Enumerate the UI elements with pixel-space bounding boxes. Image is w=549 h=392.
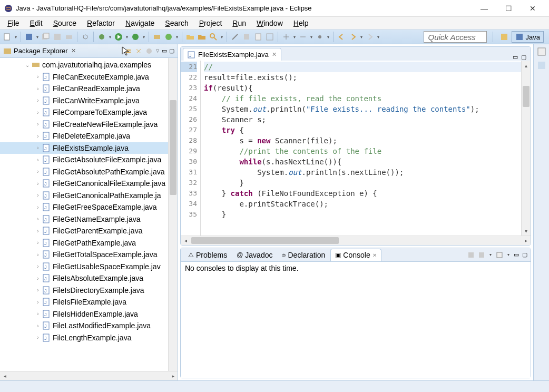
collapse-all-icon[interactable] bbox=[124, 47, 132, 55]
tree-horizontal-scrollbar[interactable]: ◂ ▸ bbox=[0, 371, 178, 380]
link-editor-icon[interactable] bbox=[134, 47, 143, 55]
last-icon[interactable] bbox=[366, 33, 374, 41]
menu-help[interactable]: Help bbox=[288, 17, 314, 29]
scroll-left-icon[interactable]: ◂ bbox=[181, 236, 190, 245]
runlast-icon[interactable] bbox=[131, 33, 140, 41]
tree-file[interactable]: ›JFileGetTotalSpaceExample.java bbox=[0, 249, 168, 261]
minimize-view-icon[interactable]: ▭ bbox=[162, 47, 167, 54]
view-menu-icon[interactable]: ▽ bbox=[155, 48, 160, 53]
tree-file[interactable]: ›JFileIsAbsoluteExample.java bbox=[0, 272, 168, 285]
tree-file[interactable]: ›JFileGetPathExample.java bbox=[0, 237, 168, 249]
tree-file[interactable]: ›JFileGetCanonicalPathExample.ja bbox=[0, 190, 168, 202]
minimize-button[interactable]: — bbox=[472, 1, 496, 16]
tree-file[interactable]: ›JFileGetUsableSpaceExample.jav bbox=[0, 261, 168, 273]
tree-file[interactable]: ›JFileGetFreeSpaceExample.java bbox=[0, 201, 168, 213]
maximize-view-icon[interactable]: ▢ bbox=[169, 47, 174, 54]
tree-file[interactable]: ›JFileGetParentExample.java bbox=[0, 225, 168, 237]
task-icon[interactable] bbox=[254, 33, 262, 41]
opentype-icon[interactable] bbox=[198, 33, 206, 41]
tree-package[interactable]: ⌄com.javatutorialhq.java.examples bbox=[0, 59, 168, 71]
editor-body[interactable]: 212223242526272829303132333435 //result=… bbox=[181, 61, 531, 236]
tree-file[interactable]: ›JFileGetAbsoluteFileExample.java bbox=[0, 154, 168, 166]
scroll-down-icon[interactable]: ▾ bbox=[522, 226, 531, 236]
java-perspective-button[interactable]: Java bbox=[512, 31, 544, 43]
dropdown-icon[interactable]: ▾ bbox=[108, 35, 112, 40]
menu-refactor[interactable]: Refactor bbox=[82, 17, 120, 29]
save-icon[interactable] bbox=[25, 33, 33, 41]
tab-close-icon[interactable]: ✕ bbox=[272, 51, 277, 58]
back-icon[interactable] bbox=[337, 33, 346, 41]
menu-source[interactable]: Source bbox=[48, 17, 82, 29]
dropdown-icon[interactable]: ▾ bbox=[326, 35, 330, 40]
quick-access-input[interactable]: Quick Access bbox=[424, 31, 487, 43]
maximize-button[interactable]: ☐ bbox=[496, 1, 521, 16]
dropdown-icon[interactable]: ▾ bbox=[376, 35, 380, 40]
dropdown-icon[interactable]: ▾ bbox=[14, 35, 18, 40]
openfolder-icon[interactable] bbox=[186, 33, 194, 41]
forward-icon[interactable] bbox=[349, 33, 357, 41]
tree-file[interactable]: ›JFileCreateNewFileExample.java bbox=[0, 119, 168, 131]
tree-file[interactable]: ›JFileDeleteExample.java bbox=[0, 130, 168, 142]
dropdown-icon[interactable]: ▾ bbox=[142, 35, 146, 40]
run-icon[interactable] bbox=[114, 33, 123, 41]
filter-icon[interactable] bbox=[145, 47, 153, 55]
tree-file[interactable]: ›JFileGetAbsolutePathExample.java bbox=[0, 166, 168, 178]
tree-file[interactable]: ›JFileGetCanonicalFileExample.java bbox=[0, 178, 168, 190]
print-icon[interactable] bbox=[65, 33, 73, 41]
dropdown-icon[interactable]: ▾ bbox=[292, 35, 297, 40]
dropdown-icon[interactable]: ▾ bbox=[506, 252, 511, 257]
tasklist-icon[interactable] bbox=[537, 61, 546, 70]
tree-file[interactable]: ›JFileIsFileExample.java bbox=[0, 296, 168, 308]
nav3-icon[interactable] bbox=[316, 33, 324, 41]
menu-window[interactable]: Window bbox=[251, 17, 288, 29]
wand-icon[interactable] bbox=[231, 33, 239, 41]
toggle-icon[interactable] bbox=[242, 33, 251, 41]
tree-file[interactable]: ›JFileLengthExample.java bbox=[0, 332, 168, 344]
dropdown-icon[interactable]: ▾ bbox=[488, 252, 493, 257]
tab-problems[interactable]: ⚠ Problems bbox=[184, 249, 231, 261]
dropdown-icon[interactable]: ▾ bbox=[220, 35, 224, 40]
console-minimize-icon[interactable]: ▭ bbox=[514, 251, 519, 258]
tree-file[interactable]: ›JFileGetNameExample.java bbox=[0, 213, 168, 226]
mark-icon[interactable] bbox=[266, 33, 274, 41]
nav2-icon[interactable] bbox=[299, 33, 307, 41]
menu-search[interactable]: Search bbox=[160, 17, 193, 29]
tree-file[interactable]: ›JFileLastModifiedExample.java bbox=[0, 320, 168, 332]
tab-declaration[interactable]: ⌾ Declaration bbox=[278, 249, 329, 261]
close-button[interactable]: ✕ bbox=[521, 1, 545, 16]
nav-icon[interactable] bbox=[282, 33, 290, 41]
tab-console[interactable]: ▣ Console ✕ bbox=[330, 249, 381, 261]
view-close-icon[interactable]: ✕ bbox=[70, 47, 77, 54]
scroll-right-icon[interactable]: ▸ bbox=[168, 372, 178, 380]
editor-maximize-icon[interactable]: ▢ bbox=[521, 54, 526, 61]
console-display-icon[interactable] bbox=[478, 251, 485, 259]
tree-file[interactable]: ›JFileCompareToExample.java bbox=[0, 106, 168, 119]
outline-icon[interactable] bbox=[537, 47, 546, 56]
dropdown-icon[interactable]: ▾ bbox=[125, 35, 129, 40]
tree-file[interactable]: ›JFileIsHiddenExample.java bbox=[0, 308, 168, 320]
menu-navigate[interactable]: Navigate bbox=[120, 17, 160, 29]
tree-file[interactable]: ›JFileExistsExample.java bbox=[0, 142, 168, 154]
console-open-icon[interactable] bbox=[496, 251, 503, 259]
newclass-icon[interactable] bbox=[164, 33, 173, 41]
code-area[interactable]: //result=file.exists();if(result){ // if… bbox=[201, 61, 521, 236]
tree-file[interactable]: ›JFileCanReadExample.java bbox=[0, 83, 168, 95]
scroll-up-icon[interactable]: ▴ bbox=[522, 61, 531, 70]
debug-icon[interactable] bbox=[97, 33, 106, 41]
package-tree[interactable]: ⌄com.javatutorialhq.java.examples›JFileC… bbox=[0, 58, 168, 371]
editor-minimize-icon[interactable]: ▭ bbox=[513, 54, 518, 61]
save-all-icon[interactable] bbox=[42, 33, 50, 41]
saveas-icon[interactable] bbox=[53, 33, 62, 41]
dropdown-icon[interactable]: ▾ bbox=[359, 35, 364, 40]
scroll-right-icon[interactable]: ▸ bbox=[521, 236, 531, 245]
menu-edit[interactable]: Edit bbox=[25, 17, 48, 29]
menu-run[interactable]: Run bbox=[227, 17, 251, 29]
dropdown-icon[interactable]: ▾ bbox=[175, 35, 179, 40]
dropdown-icon[interactable]: ▾ bbox=[35, 35, 40, 40]
editor-vertical-scrollbar[interactable]: ▴ ▾ bbox=[521, 61, 531, 236]
tree-file[interactable]: ›JFileIsDirectoryExample.java bbox=[0, 285, 168, 297]
tab-javadoc[interactable]: @ Javadoc bbox=[232, 249, 277, 261]
link-icon[interactable] bbox=[81, 33, 90, 41]
tree-vertical-scrollbar[interactable] bbox=[168, 58, 178, 371]
menu-project[interactable]: Project bbox=[194, 17, 228, 29]
